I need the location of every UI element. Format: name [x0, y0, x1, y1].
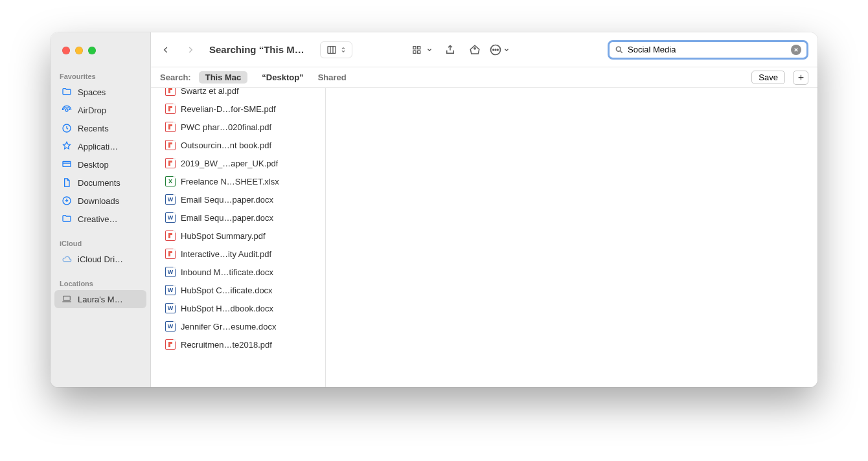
- file-row[interactable]: Email Sequ…paper.docx: [151, 208, 325, 227]
- chevron-down-icon: [426, 47, 433, 53]
- sidebar-item-label: Documents: [78, 178, 120, 188]
- sidebar-item-spaces[interactable]: Spaces: [54, 83, 146, 101]
- svg-point-12: [493, 49, 494, 51]
- document-icon: [61, 177, 73, 188]
- group-button[interactable]: [407, 42, 437, 58]
- file-name: HubSpot C…ificate.docx: [181, 286, 273, 295]
- more-button[interactable]: [488, 39, 510, 60]
- add-rule-button[interactable]: ＋: [793, 71, 808, 85]
- window-title: Searching “This M…: [204, 44, 306, 55]
- file-row[interactable]: HubSpot C…ificate.docx: [151, 281, 325, 299]
- search-icon: [615, 45, 624, 54]
- search-field[interactable]: [608, 40, 808, 60]
- file-name: Freelance N…SHEET.xlsx: [181, 177, 279, 186]
- results-preview: [326, 88, 817, 387]
- save-search-button[interactable]: Save: [751, 71, 785, 84]
- clear-search-button[interactable]: [791, 45, 801, 55]
- pdf-file-icon: [165, 122, 176, 132]
- file-row[interactable]: Outsourcin…nt book.pdf: [151, 136, 325, 154]
- docx-file-icon: [165, 194, 176, 205]
- tags-button[interactable]: [464, 39, 486, 60]
- pdf-file-icon: [165, 158, 176, 168]
- docx-file-icon: [165, 303, 176, 313]
- scope-label: Search:: [160, 73, 191, 82]
- view-mode-button[interactable]: [320, 41, 352, 58]
- results-list[interactable]: Swartz et al.pdfRevelian-D…for-SME.pdfPW…: [151, 88, 326, 387]
- sidebar-item-creative[interactable]: Creative…: [54, 210, 146, 228]
- file-row[interactable]: Email Sequ…paper.docx: [151, 190, 325, 208]
- search-scope-bar: Search: This Mac “Desktop” Shared Save ＋: [151, 67, 817, 88]
- close-window-button[interactable]: [62, 47, 70, 54]
- file-row[interactable]: 2019_BW_…aper_UK.pdf: [151, 154, 325, 172]
- file-name: PWC phar…020final.pdf: [181, 122, 271, 132]
- pdf-file-icon: [165, 231, 176, 241]
- sidebar-item-icloud-drive[interactable]: iCloud Dri…: [54, 250, 146, 268]
- sidebar-item-recents[interactable]: Recents: [54, 119, 146, 137]
- file-name: Recruitmen…te2018.pdf: [181, 340, 272, 350]
- airdrop-icon: [61, 105, 73, 115]
- scope-option-shared[interactable]: Shared: [318, 73, 347, 82]
- file-row[interactable]: Swartz et al.pdf: [151, 88, 325, 100]
- sidebar: Favourites Spaces AirDrop Recents Applic…: [51, 32, 151, 387]
- file-name: Swartz et al.pdf: [181, 88, 239, 96]
- file-row[interactable]: Freelance N…SHEET.xlsx: [151, 172, 325, 190]
- scope-option-desktop[interactable]: “Desktop”: [255, 71, 310, 84]
- folder-icon: [61, 87, 73, 97]
- chevron-down-icon: [503, 47, 510, 53]
- file-name: 2019_BW_…aper_UK.pdf: [181, 159, 278, 168]
- sidebar-section-header: iCloud: [51, 234, 150, 250]
- zoom-window-button[interactable]: [88, 47, 96, 54]
- sidebar-item-this-mac[interactable]: Laura's M…: [54, 290, 146, 308]
- minimize-window-button[interactable]: [75, 47, 83, 54]
- back-button[interactable]: [155, 39, 177, 60]
- svg-point-15: [616, 47, 621, 51]
- sidebar-item-airdrop[interactable]: AirDrop: [54, 101, 146, 119]
- desktop-icon: [61, 159, 73, 170]
- file-row[interactable]: Revelian-D…for-SME.pdf: [151, 100, 325, 118]
- folder-icon: [61, 214, 73, 224]
- main-area: Searching “This M…: [151, 32, 817, 387]
- file-name: Outsourcin…nt book.pdf: [181, 141, 271, 150]
- pdf-file-icon: [165, 339, 176, 350]
- sidebar-item-applications[interactable]: Applicati…: [54, 137, 146, 155]
- svg-rect-8: [417, 46, 420, 49]
- sidebar-item-downloads[interactable]: Downloads: [54, 192, 146, 210]
- file-name: Revelian-D…for-SME.pdf: [181, 104, 276, 114]
- svg-rect-4: [63, 296, 71, 300]
- svg-rect-9: [417, 51, 420, 53]
- file-row[interactable]: Interactive…ity Audit.pdf: [151, 245, 325, 263]
- file-row[interactable]: Jennifer Gr…esume.docx: [151, 317, 325, 335]
- download-icon: [61, 196, 73, 206]
- file-row[interactable]: HubSpot Summary.pdf: [151, 227, 325, 245]
- docx-file-icon: [165, 285, 176, 295]
- search-input[interactable]: [628, 45, 787, 54]
- toolbar: Searching “This M…: [151, 32, 817, 67]
- svg-rect-6: [413, 46, 416, 49]
- forward-button[interactable]: [179, 39, 201, 60]
- file-row[interactable]: Inbound M…tificate.docx: [151, 263, 325, 281]
- search-results: Swartz et al.pdfRevelian-D…for-SME.pdfPW…: [151, 88, 817, 387]
- svg-point-14: [497, 49, 498, 51]
- file-row[interactable]: PWC phar…020final.pdf: [151, 118, 325, 136]
- chevron-updown-icon: [340, 45, 347, 54]
- pdf-file-icon: [165, 88, 176, 96]
- share-button[interactable]: [439, 39, 461, 60]
- file-name: Jennifer Gr…esume.docx: [181, 322, 276, 332]
- pdf-file-icon: [165, 140, 176, 150]
- file-row[interactable]: HubSpot H…dbook.docx: [151, 299, 325, 317]
- svg-rect-2: [63, 161, 71, 166]
- sidebar-item-documents[interactable]: Documents: [54, 174, 146, 192]
- laptop-icon: [61, 294, 73, 304]
- docx-file-icon: [165, 267, 176, 277]
- window-controls: [51, 44, 150, 67]
- file-row[interactable]: Recruitmen…te2018.pdf: [151, 335, 325, 354]
- file-name: HubSpot Summary.pdf: [181, 231, 266, 241]
- file-name: Email Sequ…paper.docx: [181, 213, 273, 223]
- sidebar-item-desktop[interactable]: Desktop: [54, 155, 146, 174]
- scope-option-this-mac[interactable]: This Mac: [199, 71, 248, 84]
- xlsx-file-icon: [165, 176, 176, 186]
- svg-point-0: [65, 109, 68, 111]
- file-name: HubSpot H…dbook.docx: [181, 304, 273, 313]
- sidebar-item-label: Creative…: [78, 214, 117, 224]
- apps-icon: [61, 141, 73, 152]
